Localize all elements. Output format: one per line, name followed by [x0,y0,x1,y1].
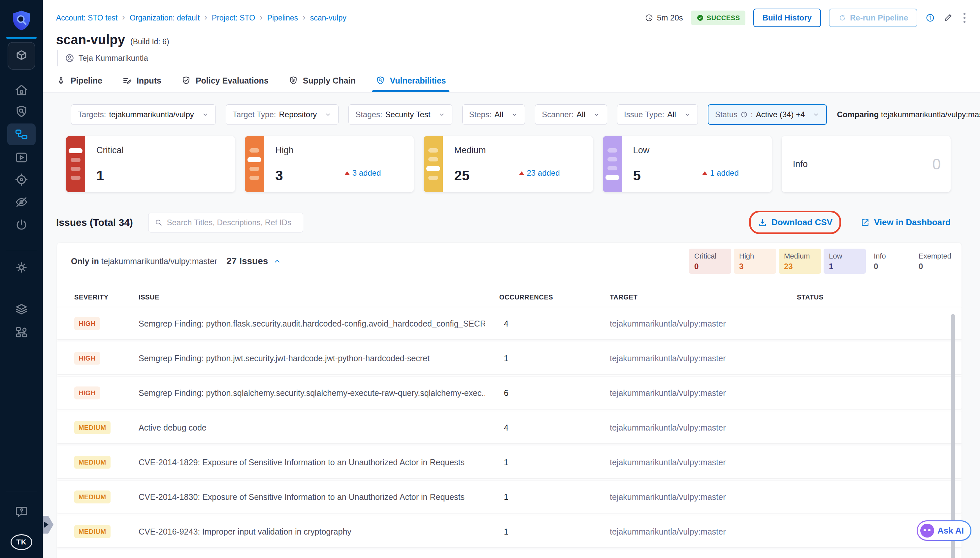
user-icon [65,53,75,63]
issue-title: Semgrep Finding: python.flask.security.a… [139,318,485,328]
sidebar-item-overview[interactable] [14,104,29,119]
breadcrumb-pipelines[interactable]: Pipelines [267,13,298,23]
rerun-pipeline-button[interactable]: Re-run Pipeline [829,8,917,27]
breadcrumb-current[interactable]: scan-vulpy [310,13,347,23]
target: tejakummarikuntla/vulpy:master [610,423,726,432]
chip-low: Low1 [824,249,866,274]
help-chat-icon[interactable] [14,504,29,519]
card-count: 25 [454,168,470,184]
card-label: Low [633,145,650,156]
filter-issue-type[interactable]: Issue Type:All [617,104,698,125]
tab-pipeline[interactable]: Pipeline [56,69,102,92]
sidebar-item-org-settings[interactable] [14,325,29,340]
sidebar: TK [0,0,43,558]
table-row[interactable]: MEDIUM CVE-2017-11424: PyJWT: Key confus… [57,550,962,558]
table-row[interactable]: HIGH Semgrep Finding: python.jwt.securit… [57,342,962,374]
column-status: STATUS [797,294,824,301]
edit-pipeline-icon[interactable] [943,13,953,23]
chip-medium: Medium23 [779,249,821,274]
table-row[interactable]: MEDIUM Active debug code 4 tejakummariku… [57,411,962,443]
breadcrumb-separator: › [260,13,263,23]
triangle-up-icon [519,171,524,175]
sidebar-item-pipelines[interactable] [7,123,36,145]
logo-underline [6,37,37,39]
chevron-up-icon[interactable] [273,256,282,266]
medium-band-icon [424,136,443,192]
breadcrumb-account[interactable]: Account: STO test [56,13,118,23]
issue-title: CVE-2014-1829: Exposure of Sensitive Inf… [139,457,465,467]
tab-inputs[interactable]: Inputs [122,69,161,92]
chip-critical: Critical0 [689,249,731,274]
occurrences: 1 [504,527,509,536]
chevron-down-icon [684,111,691,118]
filter-target-type[interactable]: Target Type:Repository [226,104,339,125]
sidebar-item-targets[interactable] [14,172,29,187]
view-in-dashboard-button[interactable]: View in Dashboard [860,217,951,228]
issues-bar: Issues (Total 34) Download CSV View in D… [56,211,951,234]
more-options-icon[interactable] [961,11,968,24]
triangle-up-icon [702,171,707,175]
search-input[interactable] [167,218,297,227]
severity-badge: HIGH [74,317,100,330]
chip-exempted: Exempted0 [913,249,955,274]
info-icon[interactable] [925,13,935,23]
download-csv-button[interactable]: Download CSV [757,217,833,228]
tab-policy-evaluations[interactable]: Policy Evaluations [181,69,268,92]
byline: Teja Kummarikuntla [57,50,980,66]
table-row[interactable]: HIGH Semgrep Finding: python.flask.secur… [57,307,962,340]
chip-info: Info0 [869,249,911,274]
sidebar-item-layers-settings[interactable] [14,302,29,316]
added-count: 1 added [702,168,739,178]
only-in-text: Only in tejakummarikuntla/vulpy:master [71,256,217,266]
table-row[interactable]: MEDIUM CVE-2014-1829: Exposure of Sensit… [57,446,962,478]
occurrences: 6 [504,388,509,397]
comparing-text: Comparing tejakummarikuntla/vulpy:master… [837,110,980,119]
occurrences: 1 [504,457,509,467]
breadcrumb-project[interactable]: Project: STO [212,13,255,23]
avatar[interactable]: TK [11,534,32,550]
filter-targets[interactable]: Targets:tejakummarikuntla/vulpy [71,104,216,125]
filter-steps[interactable]: Steps:All [462,104,525,125]
chevron-down-icon [201,111,209,118]
module-selector-button[interactable] [8,42,35,70]
card-count: 0 [932,155,941,173]
breadcrumb-separator: › [122,13,125,23]
table-row[interactable]: MEDIUM CVE-2016-9243: Improper input val… [57,515,962,547]
card-info[interactable]: Info 0 [782,136,951,192]
filter-scanner[interactable]: Scanner:All [535,104,607,125]
build-history-button[interactable]: Build History [753,8,821,27]
ask-ai-button[interactable]: Ask AI [917,520,972,541]
target: tejakummarikuntla/vulpy:master [610,388,726,397]
tab-supply-chain[interactable]: Supply Chain [288,69,356,92]
chip-high: High3 [734,249,776,274]
expand-arrow-icon [44,522,49,528]
occurrences: 4 [504,423,509,432]
column-occurrences: OCCURRENCES [499,294,553,301]
severity-badge: MEDIUM [74,421,111,434]
filter-stages[interactable]: Stages:Security Test [348,104,452,125]
target: tejakummarikuntla/vulpy:master [610,492,726,502]
sidebar-item-executions[interactable] [14,150,29,165]
chevron-down-icon [438,111,445,118]
page-header: Account: STO test› Organization: default… [43,0,980,92]
page-title: scan-vulpy [56,32,125,47]
tab-vulnerabilities[interactable]: Vulnerabilities [376,69,446,92]
occurrences: 4 [504,318,509,328]
table-row[interactable]: MEDIUM CVE-2014-1830: Exposure of Sensit… [57,481,962,513]
sidebar-item-hidden[interactable] [14,195,29,209]
card-medium[interactable]: Medium 25 23 added [424,136,592,192]
breadcrumb-org[interactable]: Organization: default [130,13,200,23]
filter-status[interactable]: Status : Active (34) +4 [708,104,827,125]
low-band-icon [603,136,622,192]
card-low[interactable]: Low 5 1 added [603,136,772,192]
critical-band-icon [66,136,85,192]
sidebar-item-settings[interactable] [14,260,29,275]
download-icon [757,218,767,228]
severity-badge: HIGH [74,352,100,364]
table-row[interactable]: HIGH Semgrep Finding: python.sqlalchemy.… [57,377,962,409]
card-high[interactable]: High 3 3 added [245,136,414,192]
issues-searchbox [148,213,303,233]
card-critical[interactable]: Critical 1 [66,136,235,192]
sidebar-item-exit[interactable] [14,218,29,232]
sidebar-item-home[interactable] [14,83,29,97]
